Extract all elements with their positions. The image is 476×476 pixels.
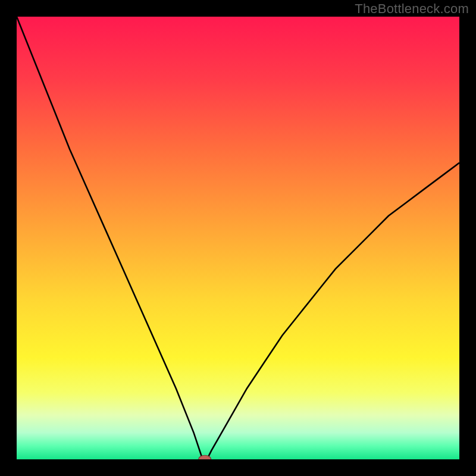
- plot-area: [17, 17, 459, 459]
- bottleneck-chart: [17, 17, 459, 459]
- watermark-label: TheBottleneck.com: [355, 1, 469, 17]
- gradient-background: [17, 17, 459, 459]
- chart-frame: TheBottleneck.com: [0, 0, 476, 476]
